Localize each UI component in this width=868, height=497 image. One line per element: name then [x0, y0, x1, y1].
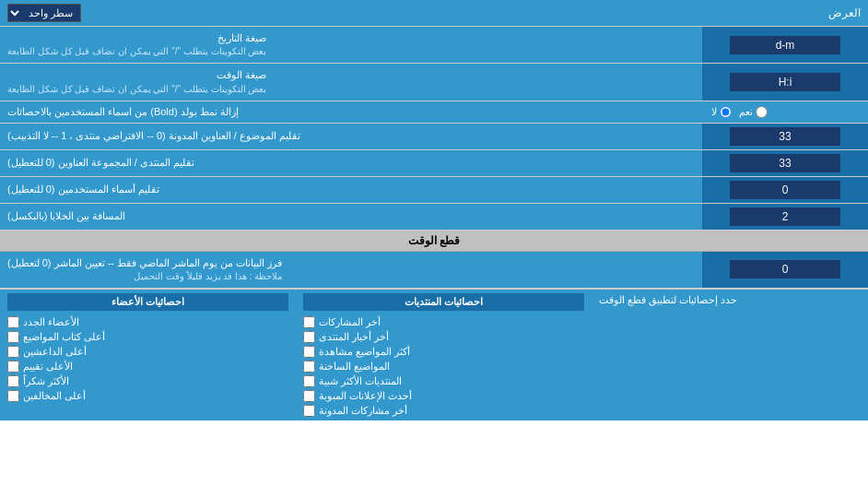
bold-usernames-row: نعم لا إزالة نمط بولد (Bold) من اسماء ال… — [0, 101, 868, 124]
time-cut-label: فرز البيانات من يوم الماشر الماضي فقط --… — [0, 252, 702, 288]
members-stats-header: احصائيات الأعضاء — [7, 293, 288, 311]
checkbox-posts-1[interactable] — [303, 331, 315, 343]
checkbox-members-3[interactable] — [7, 361, 19, 373]
time-format-row: صيغة الوقت بعض التكوينات يتطلب "/" التي … — [0, 64, 868, 101]
top-row: العرض سطر واحد سطرين ثلاثة أسطر — [0, 0, 868, 27]
trim-usernames-label: تقليم أسماء المستخدمين (0 للتعطيل) — [0, 177, 702, 203]
stats-section-label: حدد إحصائيات لتطبيق قطع الوقت — [592, 290, 868, 420]
bold-radio-yes-label[interactable]: نعم — [739, 106, 768, 118]
sort-forums-input[interactable] — [730, 154, 840, 172]
checkbox-item-members-5: أعلى المخالفين — [7, 390, 288, 402]
sort-topics-label: تقليم الموضوع / العناوين المدونة (0 -- ا… — [0, 124, 702, 149]
cell-spacing-input-area — [702, 204, 868, 230]
bold-radio-yes[interactable] — [756, 106, 768, 118]
date-format-label: صيغة التاريخ بعض التكوينات يتطلب "/" الت… — [0, 27, 702, 63]
time-cut-input-area — [702, 252, 868, 288]
checkbox-members-4[interactable] — [7, 375, 19, 387]
checkbox-item-posts-5: أحدث الإعلانات المبوبة — [303, 390, 584, 402]
checkbox-item-members-0: الأعضاء الجدد — [7, 316, 288, 328]
checkbox-item-members-4: الأكثر شكراً — [7, 375, 288, 387]
bold-usernames-label: إزالة نمط بولد (Bold) من اسماء المستخدمي… — [0, 101, 702, 123]
time-cut-section-header: قطع الوقت — [0, 231, 868, 252]
time-cut-input[interactable] — [730, 260, 840, 278]
main-container: العرض سطر واحد سطرين ثلاثة أسطر صيغة الت… — [0, 0, 868, 420]
checkbox-item-posts-1: أخر أخبار المنتدى — [303, 331, 584, 343]
members-stats-column: احصائيات الأعضاء الأعضاء الجدد أعلى كتاب… — [0, 290, 296, 420]
cell-spacing-input[interactable] — [730, 207, 840, 226]
checkbox-posts-5[interactable] — [303, 390, 315, 402]
sort-topics-input-area — [702, 124, 868, 149]
time-format-label: صيغة الوقت بعض التكوينات يتطلب "/" التي … — [0, 64, 702, 100]
checkbox-posts-0[interactable] — [303, 316, 315, 328]
checkbox-members-2[interactable] — [7, 346, 19, 358]
sort-forums-row: تقليم المنتدى / المجموعة العناوين (0 للت… — [0, 150, 868, 177]
bold-radio-no-label[interactable]: لا — [711, 106, 732, 118]
checkbox-item-posts-2: أكثر المواضيع مشاهدة — [303, 346, 584, 358]
checkbox-members-5[interactable] — [7, 390, 19, 402]
checkbox-item-posts-4: المنتديات الأكثر شبية — [303, 375, 584, 387]
sort-topics-row: تقليم الموضوع / العناوين المدونة (0 -- ا… — [0, 124, 868, 150]
posts-stats-header: احصائيات المنتديات — [303, 293, 584, 311]
checkbox-item-posts-3: المواضيع الساخنة — [303, 361, 584, 373]
bold-radio-area: نعم لا — [702, 101, 868, 123]
trim-usernames-row: تقليم أسماء المستخدمين (0 للتعطيل) — [0, 177, 868, 204]
checkbox-posts-4[interactable] — [303, 375, 315, 387]
cell-spacing-label: المسافة بين الخلايا (بالبكسل) — [0, 204, 702, 230]
checkbox-item-posts-6: أخر مشاركات المدونة — [303, 405, 584, 417]
display-select[interactable]: سطر واحد سطرين ثلاثة أسطر — [7, 4, 81, 22]
sort-forums-input-area — [702, 150, 868, 176]
date-format-input[interactable] — [730, 36, 840, 54]
time-format-input[interactable] — [730, 73, 840, 91]
top-label: العرض — [828, 6, 861, 19]
time-format-input-area — [702, 64, 868, 100]
date-format-row: صيغة التاريخ بعض التكوينات يتطلب "/" الت… — [0, 27, 868, 64]
checkbox-item-members-1: أعلى كتاب المواضيع — [7, 331, 288, 343]
checkbox-members-1[interactable] — [7, 331, 19, 343]
bold-radio-no[interactable] — [720, 106, 732, 118]
stats-section: حدد إحصائيات لتطبيق قطع الوقت احصائيات ا… — [0, 289, 868, 420]
checkbox-members-0[interactable] — [7, 316, 19, 328]
date-format-input-area — [702, 27, 868, 63]
posts-stats-column: احصائيات المنتديات أخر المشاركات أخر أخب… — [296, 290, 592, 420]
checkbox-posts-3[interactable] — [303, 361, 315, 373]
trim-usernames-input-area — [702, 177, 868, 203]
time-cut-row: فرز البيانات من يوم الماشر الماضي فقط --… — [0, 252, 868, 289]
trim-usernames-input[interactable] — [730, 181, 840, 199]
checkbox-posts-2[interactable] — [303, 346, 315, 358]
checkbox-posts-6[interactable] — [303, 405, 315, 417]
cell-spacing-row: المسافة بين الخلايا (بالبكسل) — [0, 204, 868, 231]
sort-topics-input[interactable] — [730, 127, 840, 146]
checkbox-item-posts-0: أخر المشاركات — [303, 316, 584, 328]
checkbox-item-members-2: أعلى الداعشين — [7, 346, 288, 358]
checkbox-item-members-3: الأعلى تقييم — [7, 361, 288, 373]
sort-forums-label: تقليم المنتدى / المجموعة العناوين (0 للت… — [0, 150, 702, 176]
